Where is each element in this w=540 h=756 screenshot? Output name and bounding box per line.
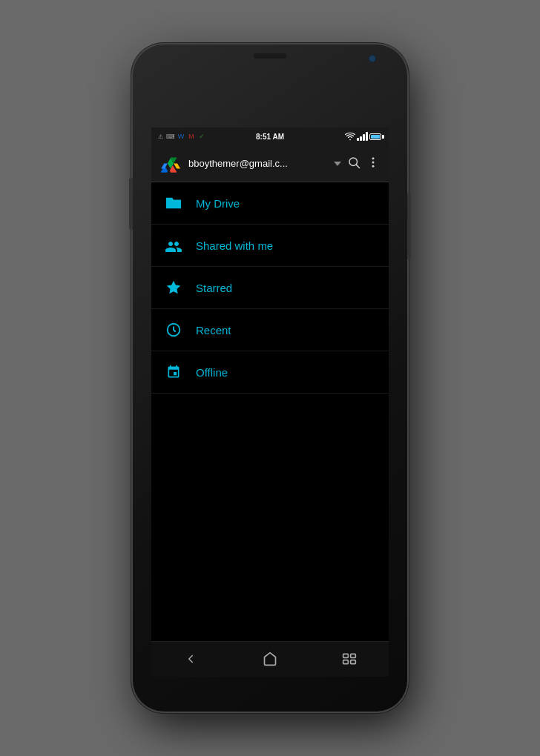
nav-menu: My Drive Shared with me Starred [151,182,389,640]
recents-button[interactable] [331,645,368,673]
dropdown-arrow-icon[interactable] [334,162,341,166]
offline-label: Offline [196,366,228,379]
recent-label: Recent [196,324,231,336]
svg-point-4 [372,161,375,163]
app-icon-2: M [187,132,196,141]
people-icon [163,235,184,256]
app-bar-actions [347,156,380,172]
svg-point-3 [372,157,375,159]
ear-speaker [254,53,287,59]
drive-logo-icon [160,153,181,174]
starred-label: Starred [196,282,232,294]
shared-with-me-label: Shared with me [196,239,273,252]
phone-device: ⚠ ⌨ W M ✓ 8:51 AM [133,44,407,712]
clock-icon [163,319,184,340]
star-icon [163,277,184,298]
keyboard-icon: ⌨ [166,132,175,141]
phone-screen: ⚠ ⌨ W M ✓ 8:51 AM [151,127,389,676]
svg-point-5 [372,165,375,167]
back-button[interactable] [172,645,209,673]
app-bar: bboythemer@gmail.c... [151,145,389,182]
status-bar: ⚠ ⌨ W M ✓ 8:51 AM [151,127,389,145]
nav-item-my-drive[interactable]: My Drive [151,182,389,225]
svg-rect-8 [350,654,355,657]
my-drive-label: My Drive [196,197,240,210]
status-time: 8:51 AM [256,133,284,141]
signal-bars-icon [357,132,368,141]
svg-point-0 [349,139,351,141]
nav-empty-space [151,394,389,640]
account-email: bboythemer@gmail.c... [188,158,331,169]
more-options-icon[interactable] [366,156,380,172]
bottom-nav-bar [151,641,389,677]
home-button[interactable] [251,645,289,673]
pin-icon [163,362,184,382]
nav-item-starred[interactable]: Starred [151,267,389,309]
folder-icon [163,193,184,213]
front-camera [369,55,376,62]
battery-icon [369,133,384,140]
app-icon-3: ✓ [197,132,206,141]
phone-top [133,44,407,83]
status-right-icons [345,132,384,141]
wifi-icon [345,132,355,141]
nav-item-shared-with-me[interactable]: Shared with me [151,225,389,267]
nav-item-offline[interactable]: Offline [151,351,389,394]
app-icon-1: W [177,132,185,141]
svg-line-2 [356,165,359,168]
status-left-icons: ⚠ ⌨ W M ✓ [156,132,206,141]
svg-rect-10 [350,660,355,664]
search-icon[interactable] [347,156,360,172]
svg-rect-9 [343,660,348,664]
svg-rect-7 [343,654,348,657]
nav-item-recent[interactable]: Recent [151,309,389,351]
alert-icon: ⚠ [156,132,165,141]
